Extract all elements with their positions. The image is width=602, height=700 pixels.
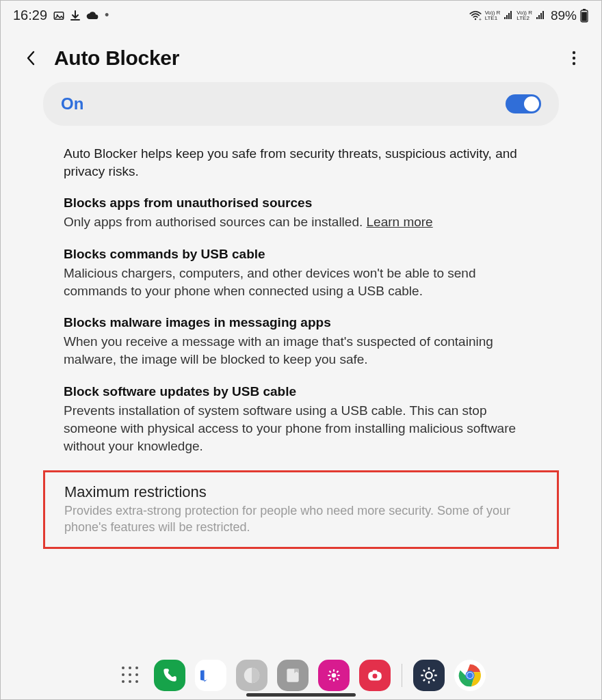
messages-app-icon[interactable] [195, 660, 226, 691]
section-title: Blocks apps from unauthorised sources [64, 196, 538, 211]
sim1-label: Vo)) R LTE1 [485, 10, 501, 20]
section-malware-images: Blocks malware images in messaging apps … [64, 315, 538, 368]
more-options-button[interactable] [563, 47, 585, 69]
intro-text: Auto Blocker helps keep you safe from se… [64, 145, 538, 180]
cloud-icon [86, 10, 99, 21]
svg-rect-6 [581, 12, 587, 21]
svg-point-8 [573, 57, 575, 59]
svg-rect-5 [583, 9, 586, 10]
svg-point-9 [573, 62, 575, 65]
auto-blocker-toggle-row[interactable]: On [43, 82, 559, 126]
section-title: Blocks malware images in messaging apps [64, 315, 538, 330]
svg-point-14 [372, 674, 377, 679]
section-usb-updates: Block software updates by USB cable Prev… [64, 384, 538, 456]
back-button[interactable] [20, 47, 42, 69]
max-restrictions-body: Provides extra-strong protection for peo… [64, 502, 538, 536]
signal2-icon [535, 11, 546, 21]
page-title: Auto Blocker [54, 46, 563, 70]
section-body: Prevents installation of system software… [64, 402, 538, 456]
signal1-icon [503, 11, 514, 21]
section-title: Blocks commands by USB cable [64, 247, 538, 262]
section-body: Malicious chargers, computers, and other… [64, 265, 538, 300]
dot-icon: • [105, 8, 109, 23]
wifi-icon: + [469, 10, 482, 21]
dock-divider [402, 664, 402, 687]
gallery-app-icon[interactable] [318, 660, 350, 691]
battery-icon [579, 9, 589, 23]
status-right: + Vo)) R LTE1 Vo)) R LTE2 89% [469, 8, 589, 23]
toggle-switch[interactable] [506, 94, 541, 113]
learn-more-link[interactable]: Learn more [367, 215, 433, 229]
status-bar: 16:29 • + Vo)) R LTE1 Vo)) R LTE2 89% [1, 1, 601, 27]
svg-point-2 [474, 18, 476, 20]
svg-point-12 [331, 673, 336, 678]
svg-point-20 [467, 673, 473, 679]
battery-pct: 89% [551, 8, 577, 23]
max-restrictions-title: Maximum restrictions [64, 483, 538, 501]
camera-app-icon[interactable] [359, 660, 391, 691]
section-body: When you receive a message with an image… [64, 333, 538, 368]
gallery-icon [53, 10, 65, 22]
svg-rect-15 [372, 670, 377, 672]
header: Auto Blocker [1, 27, 601, 82]
download-icon [70, 10, 80, 21]
browser-app-icon[interactable] [236, 660, 267, 691]
section-unauthorised-sources: Blocks apps from unauthorised sources On… [64, 196, 538, 231]
chrome-app-icon[interactable] [454, 660, 486, 691]
phone-app-icon[interactable] [154, 660, 185, 691]
svg-text:+: + [479, 16, 482, 21]
svg-point-16 [426, 672, 432, 678]
gesture-handle[interactable] [246, 693, 356, 697]
dock [1, 660, 601, 691]
section-body: Only apps from authorised sources can be… [64, 213, 538, 231]
settings-app-icon[interactable] [413, 660, 445, 691]
maximum-restrictions-row[interactable]: Maximum restrictions Provides extra-stro… [43, 470, 559, 549]
notes-app-icon[interactable] [277, 660, 309, 691]
apps-drawer-button[interactable] [117, 662, 144, 689]
status-left: 16:29 • [13, 8, 109, 23]
svg-point-7 [573, 51, 575, 54]
clock: 16:29 [13, 8, 47, 23]
toggle-label: On [61, 94, 83, 113]
section-usb-commands: Blocks commands by USB cable Malicious c… [64, 247, 538, 300]
sim2-label: Vo)) R LTE2 [516, 10, 532, 20]
content: On Auto Blocker helps keep you safe from… [1, 82, 601, 549]
section-title: Block software updates by USB cable [64, 384, 538, 399]
